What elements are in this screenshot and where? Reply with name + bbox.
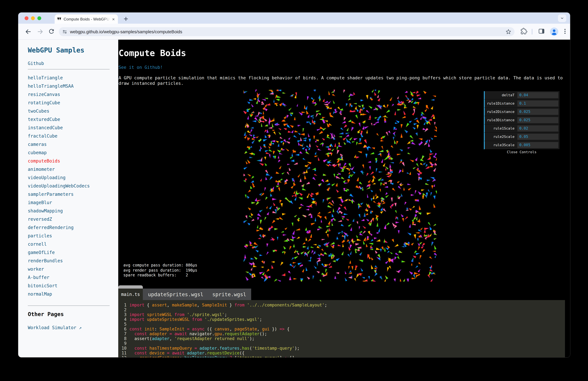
sidebar-item-imageBlur[interactable]: imageBlur (28, 200, 52, 205)
sidebar-item-rotatingCube[interactable]: rotatingCube (28, 100, 60, 105)
gui-value-rule1Distance[interactable]: 0.1 (517, 100, 558, 107)
list-item: texturedCube (28, 115, 90, 123)
minimize-window-button[interactable] (31, 16, 35, 20)
gui-row-rule2Distance: rule2Distance0.025 (484, 108, 560, 116)
tab-close-icon[interactable]: × (111, 17, 115, 21)
code-tab-updateSprites-wgsl[interactable]: updateSprites.wgsl (148, 291, 203, 297)
list-item: videoUploading (28, 173, 90, 182)
tab-search-chevron-icon[interactable] (558, 14, 566, 22)
sidebar-item-bitonicSort[interactable]: bitonicSort (28, 283, 57, 288)
sidebar-item-A-buffer[interactable]: A-buffer (28, 275, 49, 280)
extensions-icon[interactable] (521, 28, 528, 36)
gui-label-rule3Distance: rule3Distance (485, 118, 517, 122)
gui-value-rule3Scale[interactable]: 0.005 (517, 142, 558, 148)
forward-button[interactable] (36, 28, 44, 36)
gui-value-deltaT[interactable]: 0.04 (517, 92, 558, 98)
sidebar-divider (28, 69, 110, 69)
list-item: reversedZ (28, 215, 90, 223)
sidebar-item-texturedCube[interactable]: texturedCube (28, 117, 60, 122)
gui-value-rule2Scale[interactable]: 0.05 (517, 134, 558, 140)
list-item: fractalCube (28, 132, 90, 140)
samples-sidebar: WebGPU Samples Github helloTrianglehello… (18, 40, 118, 357)
sidebar-item-cornell[interactable]: cornell (28, 242, 47, 247)
page-content: WebGPU Samples Github helloTrianglehello… (18, 40, 570, 357)
list-item: worker (28, 265, 90, 273)
site-settings-icon[interactable] (62, 29, 67, 34)
sidebar-item-reversedZ[interactable]: reversedZ (28, 217, 52, 222)
back-button[interactable] (24, 28, 32, 36)
sidebar-item-helloTriangle[interactable]: helloTriangle (28, 75, 63, 80)
new-tab-button[interactable] (122, 15, 130, 23)
sidebar-item-normalMap[interactable]: normalMap (28, 291, 52, 296)
sidebar-item-fractalCube[interactable]: fractalCube (28, 134, 57, 138)
sidebar-item-cameras[interactable]: cameras (28, 142, 47, 147)
sidebar-item-particles[interactable]: particles (28, 233, 52, 238)
code-tab-sprite-wgsl[interactable]: sprite.wgsl (212, 291, 246, 297)
gui-value-rule2Distance[interactable]: 0.025 (517, 109, 558, 115)
code-line-8: 8 assert(adapter, 'requestAdapter return… (118, 336, 565, 341)
gui-label-rule3Scale: rule3Scale (485, 143, 517, 147)
sidebar-item-computeBoids[interactable]: computeBoids (28, 158, 60, 163)
sidebar-item-twoCubes[interactable]: twoCubes (28, 109, 49, 113)
macos-window-controls[interactable] (25, 16, 41, 20)
gui-label-deltaT: deltaT (485, 93, 517, 97)
list-item: cameras (28, 140, 90, 148)
sidebar-item-samplerParameters[interactable]: samplerParameters (28, 192, 74, 197)
active-tab-pill (118, 285, 143, 289)
gui-row-rule3Scale: rule3Scale0.005 (484, 141, 560, 149)
gui-value-rule1Scale[interactable]: 0.02 (517, 125, 558, 132)
list-item: twoCubes (28, 107, 90, 115)
sidebar-item-resizeCanvas[interactable]: resizeCanvas (28, 92, 60, 97)
see-on-github-link[interactable]: See it on Github! (119, 65, 163, 70)
list-item: A-buffer (28, 273, 90, 282)
sidebar-item-deferredRendering[interactable]: deferredRendering (28, 225, 74, 230)
browser-tab[interactable]: Compute Boids - WebGPU S × (55, 14, 118, 24)
gui-value-rule3Distance[interactable]: 0.025 (517, 117, 558, 123)
code-line-4: 4import updateSpritesWGSL from './update… (118, 317, 565, 322)
list-item: rotatingCube (28, 99, 90, 107)
samples-list: helloTrianglehelloTriangleMSAAresizeCanv… (28, 74, 90, 298)
sidebar-item-videoUploadingWebCodecs[interactable]: videoUploadingWebCodecs (28, 183, 90, 188)
code-tabs: main.ts updateSprites.wgslsprite.wgsl (118, 289, 251, 300)
reload-button[interactable] (48, 28, 56, 36)
url-text[interactable]: webgpu.github.io/webgpu-samples/samples/… (70, 29, 505, 34)
tab-title: Compute Boids - WebGPU S (63, 17, 111, 21)
browser-toolbar: webgpu.github.io/webgpu-samples/samples/… (18, 24, 570, 40)
zoom-window-button[interactable] (37, 16, 41, 20)
gui-row-rule2Scale: rule2Scale0.05 (484, 133, 560, 141)
list-item: gameOfLife (28, 248, 90, 257)
screenshot-stage: Compute Boids - WebGPU S × (0, 0, 588, 381)
close-window-button[interactable] (25, 16, 28, 20)
bookmark-star-icon[interactable] (505, 29, 511, 35)
code-viewer[interactable]: 1import { assert, makeSample, SampleInit… (118, 300, 565, 357)
sidebar-item-animometer[interactable]: animometer (28, 167, 55, 172)
sidebar-item-cubemap[interactable]: cubemap (28, 150, 47, 155)
gui-close-controls-button[interactable]: Close Controls (484, 149, 560, 155)
code-tab-main-ts[interactable]: main.ts (118, 289, 143, 300)
sidebar-item-videoUploading[interactable]: videoUploading (28, 175, 65, 180)
profile-avatar[interactable] (550, 27, 559, 36)
sidebar-item-shadowMapping[interactable]: shadowMapping (28, 208, 63, 213)
gui-label-rule2Scale: rule2Scale (485, 135, 517, 139)
menu-kebab-icon[interactable] (562, 28, 569, 36)
list-item: normalMap (28, 290, 90, 298)
sidebar-item-helloTriangleMSAA[interactable]: helloTriangleMSAA (28, 84, 74, 89)
code-line-3: 3import spriteWGSL from './sprite.wgsl'; (118, 312, 565, 317)
sidebar-item-renderBundles[interactable]: renderBundles (28, 258, 63, 263)
site-favicon (57, 17, 61, 21)
sidebar-item-instancedCube[interactable]: instancedCube (28, 125, 63, 130)
list-item: bitonicSort (28, 282, 90, 290)
toolbar-divider (532, 29, 532, 35)
list-item: cubemap (28, 148, 90, 157)
sidebar-item-worker[interactable]: worker (28, 267, 44, 271)
sidebar-github-link[interactable]: Github (28, 61, 44, 66)
list-item: imageBlur (28, 198, 90, 207)
list-item: videoUploadingWebCodecs (28, 182, 90, 190)
browser-tabstrip: Compute Boids - WebGPU S × (18, 12, 570, 24)
workload-simulator-link[interactable]: Workload Simulator ↗ (28, 325, 82, 330)
sample-main: Compute Boids See it on Github! A GPU co… (118, 40, 570, 357)
sidebar-item-gameOfLife[interactable]: gameOfLife (28, 250, 55, 255)
code-line-6: 6const init: SampleInit = async ({ canva… (118, 327, 565, 331)
side-panel-icon[interactable] (538, 28, 546, 36)
omnibox[interactable]: webgpu.github.io/webgpu-samples/samples/… (59, 27, 514, 36)
